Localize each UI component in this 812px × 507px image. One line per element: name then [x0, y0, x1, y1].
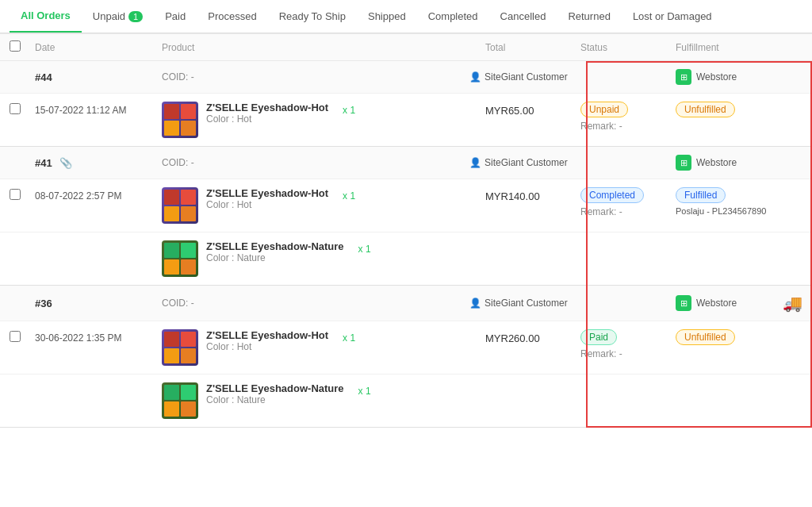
product-color: Color : Hot [206, 113, 328, 125]
col-headers: Date Product Total Status Fulfillment [0, 33, 812, 61]
tab-shipped[interactable]: Shipped [357, 1, 417, 32]
order-fulfillment: Fulfilled Poslaju - PL234567890 [676, 187, 802, 216]
order-header: #41 📎 COID: - 👤 SiteGiant Customer ⊞ Web… [0, 147, 812, 179]
header-customer: 👤 SiteGiant Customer [469, 298, 580, 309]
header-webstore: ⊞ Webstore [676, 69, 802, 85]
order-header: #44 COID: - 👤 SiteGiant Customer ⊞ Webst… [0, 61, 812, 93]
select-all-checkbox[interactable] [10, 40, 21, 52]
row-check [10, 102, 35, 117]
order-total: MYR140.00 [485, 187, 580, 202]
tab-ready-to-ship[interactable]: Ready To Ship [268, 1, 357, 32]
product-info: Z'SELLE Eyeshadow-Nature Color : Nature [206, 240, 344, 263]
order-product: Z'SELLE Eyeshadow-Nature Color : Nature … [162, 240, 485, 277]
product-image [162, 329, 198, 366]
order-product: Z'SELLE Eyeshadow-Hot Color : Hot x 1 [162, 329, 485, 366]
order-checkbox-36[interactable] [10, 331, 21, 342]
order-remark: Remark: - [580, 206, 676, 217]
row-check [10, 382, 35, 384]
product-color: Color : Nature [206, 394, 344, 405]
fulfillment-badge: Fulfilled [676, 187, 726, 203]
product-qty: x 1 [343, 329, 355, 344]
header-customer: 👤 SiteGiant Customer [469, 157, 580, 168]
order-total: MYR260.00 [485, 329, 580, 344]
order-item-row: 15-07-2022 11:12 AM Z'SELLE Eyeshadow-Ho… [0, 93, 812, 146]
fulfillment-badge: Unfulfilled [676, 329, 735, 345]
webstore-icon: ⊞ [676, 155, 691, 171]
product-info: Z'SELLE Eyeshadow-Hot Color : Hot [206, 102, 328, 125]
order-product: Z'SELLE Eyeshadow-Nature Color : Nature … [162, 382, 485, 419]
tabs-bar: All OrdersUnpaid1PaidProcessedReady To S… [0, 0, 812, 33]
tab-lost-or-damaged[interactable]: Lost or Damaged [622, 1, 723, 32]
person-icon: 👤 [469, 71, 481, 83]
header-order-num[interactable]: #36 [35, 298, 162, 309]
row-check [10, 329, 35, 344]
tab-badge-unpaid: 1 [128, 11, 143, 22]
order-checkbox-41[interactable] [10, 189, 21, 200]
header-order-num[interactable]: #41 📎 [35, 157, 162, 169]
order-total [485, 382, 580, 386]
order-total: MYR65.00 [485, 102, 580, 117]
order-total [485, 240, 580, 244]
person-icon: 👤 [469, 298, 481, 309]
row-check [10, 240, 35, 242]
col-date-header: Date [35, 42, 55, 53]
product-qty: x 1 [343, 102, 355, 116]
order-date: 08-07-2022 2:57 PM [35, 187, 162, 202]
order-header: #36 COID: - 👤 SiteGiant Customer ⊞ Webst… [0, 286, 812, 321]
fulfillment-badge: Unfulfilled [676, 102, 735, 117]
order-product: Z'SELLE Eyeshadow-Hot Color : Hot x 1 [162, 102, 485, 138]
truck-icon[interactable]: 🚚 [783, 294, 802, 313]
tab-unpaid[interactable]: Unpaid1 [82, 1, 154, 32]
product-qty: x 1 [358, 240, 371, 255]
header-customer: 👤 SiteGiant Customer [469, 71, 580, 83]
order-item-row: Z'SELLE Eyeshadow-Nature Color : Nature … [0, 374, 812, 427]
order-date: 30-06-2022 1:35 PM [35, 329, 162, 344]
product-color: Color : Hot [206, 199, 328, 210]
col-total-header: Total [485, 42, 505, 53]
tracking-info: Poslaju - PL234567890 [676, 206, 802, 216]
status-badge: Unpaid [580, 102, 628, 117]
tab-all-orders[interactable]: All Orders [10, 0, 82, 33]
status-badge: Paid [580, 329, 617, 345]
row-check [10, 187, 35, 202]
product-info: Z'SELLE Eyeshadow-Nature Color : Nature [206, 382, 344, 405]
order-checkbox-44[interactable] [10, 103, 21, 114]
product-info: Z'SELLE Eyeshadow-Hot Color : Hot [206, 187, 328, 210]
order-date [35, 240, 162, 244]
product-image [162, 240, 198, 277]
product-qty: x 1 [343, 187, 355, 202]
clip-icon: 📎 [59, 157, 72, 169]
order-remark: Remark: - [580, 121, 676, 132]
tab-returned[interactable]: Returned [557, 1, 621, 32]
product-name: Z'SELLE Eyeshadow-Hot [206, 187, 328, 199]
tab-paid[interactable]: Paid [154, 1, 197, 32]
status-badge: Completed [580, 187, 644, 203]
order-product: Z'SELLE Eyeshadow-Hot Color : Hot x 1 [162, 187, 485, 224]
header-webstore: ⊞ Webstore [676, 155, 802, 171]
webstore-icon: ⊞ [676, 69, 691, 85]
order-item-row: 30-06-2022 1:35 PM Z'SELLE Eyeshadow-Hot… [0, 321, 812, 374]
header-webstore: ⊞ Webstore 🚚 [676, 294, 802, 313]
order-item-row: Z'SELLE Eyeshadow-Nature Color : Nature … [0, 232, 812, 285]
product-name: Z'SELLE Eyeshadow-Nature [206, 382, 344, 394]
order-status: Unpaid Remark: - [580, 102, 676, 132]
order-block-36: #36 COID: - 👤 SiteGiant Customer ⊞ Webst… [0, 286, 812, 428]
tab-completed[interactable]: Completed [417, 1, 489, 32]
tab-processed[interactable]: Processed [197, 1, 267, 32]
product-name: Z'SELLE Eyeshadow-Hot [206, 102, 328, 113]
order-remark: Remark: - [580, 348, 676, 359]
order-block-44: #44 COID: - 👤 SiteGiant Customer ⊞ Webst… [0, 61, 812, 147]
order-block-41: #41 📎 COID: - 👤 SiteGiant Customer ⊞ Web… [0, 147, 812, 286]
product-image [162, 102, 198, 138]
product-name: Z'SELLE Eyeshadow-Hot [206, 329, 328, 341]
order-status: Paid Remark: - [580, 329, 676, 359]
order-fulfillment: Unfulfilled [676, 102, 802, 117]
tab-cancelled[interactable]: Cancelled [489, 1, 557, 32]
product-color: Color : Nature [206, 252, 344, 263]
order-status: Completed Remark: - [580, 187, 676, 217]
header-order-num[interactable]: #44 [35, 71, 162, 83]
product-color: Color : Hot [206, 341, 328, 352]
product-image [162, 382, 198, 419]
person-icon: 👤 [469, 157, 481, 168]
product-image [162, 187, 198, 224]
